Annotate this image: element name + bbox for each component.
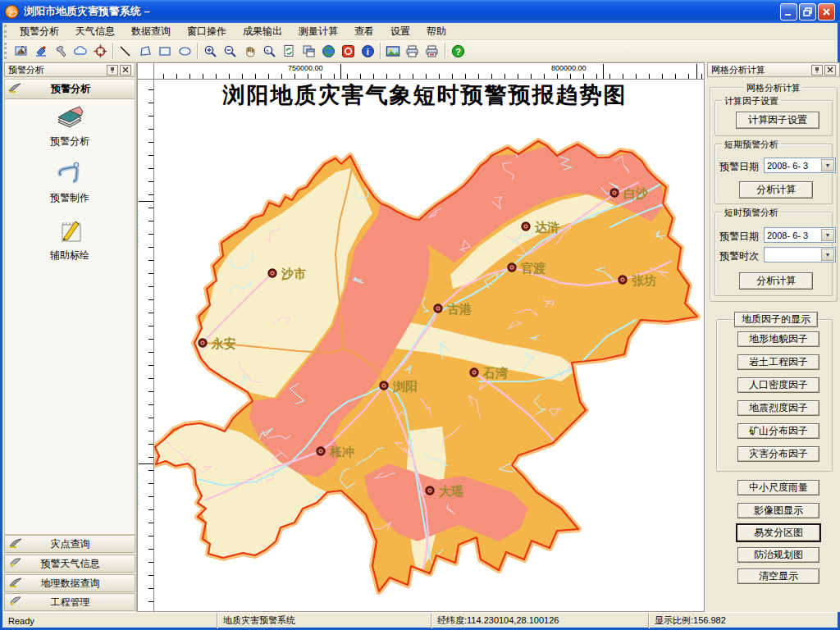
groupbox-title: 网格分析计算 <box>744 82 803 94</box>
population-factor-button[interactable]: 人口密度因子 <box>737 377 819 393</box>
toolbar-button-map-select[interactable] <box>11 42 31 61</box>
toolbar-button-help[interactable]: ? <box>448 42 468 61</box>
ruler-x-label: 750000.00 <box>287 64 324 72</box>
factor-settings-button[interactable]: 计算因子设置 <box>736 112 819 129</box>
seismic-factor-button[interactable]: 地震烈度因子 <box>737 400 819 416</box>
mine-factor-button[interactable]: 矿山分布因子 <box>737 423 819 439</box>
group-label: 短时预警分析 <box>722 207 781 219</box>
menu-grip[interactable] <box>4 25 8 38</box>
tool-warning-production[interactable]: 预警制作 <box>5 159 135 205</box>
menu-output[interactable]: 成果输出 <box>235 23 290 40</box>
menu-measure[interactable]: 测量计算 <box>290 23 346 40</box>
nowcast-date-combo[interactable]: 2008- 6- 3 ▼ <box>764 227 836 243</box>
print-setup-icon <box>425 44 440 58</box>
susceptibility-zoning-button[interactable]: 易发分区图 <box>736 523 821 542</box>
bar-disaster-point-query[interactable]: 灾点查询 <box>4 535 135 553</box>
disaster-factor-button[interactable]: 灾害分布因子 <box>737 446 819 462</box>
rainfall-scale-button[interactable]: 中小尺度雨量 <box>737 480 819 495</box>
hook-icon <box>56 159 84 189</box>
menu-weather-info[interactable]: 天气信息 <box>67 23 123 40</box>
ellipse-icon <box>178 44 192 58</box>
globe-icon <box>322 44 336 58</box>
menu-view[interactable]: 查看 <box>346 23 382 40</box>
section-title: 预警分析 <box>26 82 115 96</box>
city-label: 大瑶 <box>439 484 463 498</box>
left-panel-header: 预警分析 <box>4 62 135 77</box>
menu-data-query[interactable]: 数据查询 <box>123 23 179 40</box>
nowcast-analyze-button[interactable]: 分析计算 <box>739 272 813 290</box>
minimize-button[interactable] <box>780 3 797 21</box>
toolbar-button-info[interactable]: i <box>358 42 377 61</box>
toolbar-button-globe[interactable] <box>318 42 338 61</box>
city-label: 沙市 <box>281 267 306 281</box>
toolbar-button-zoom-in[interactable] <box>200 42 220 61</box>
chevron-down-icon[interactable]: ▼ <box>821 229 834 241</box>
section-warning-analysis[interactable]: 预警分析 <box>5 80 135 99</box>
bar-warning-weather-info[interactable]: 预警天气信息 <box>4 555 135 573</box>
toolbar-button-print[interactable] <box>403 42 422 61</box>
city-label: 达浒 <box>534 220 559 234</box>
toolbar-button-layers[interactable] <box>299 42 318 61</box>
bar-project-management[interactable]: 工程管理 <box>4 593 135 611</box>
bar-label: 灾点查询 <box>27 537 113 551</box>
menu-window-ops[interactable]: 窗口操作 <box>179 23 235 40</box>
warning-date-label: 预警日期 <box>719 160 759 174</box>
left-panel-close-button[interactable] <box>120 65 131 75</box>
toolbar-separator <box>445 43 445 59</box>
chevron-down-icon[interactable]: ▼ <box>821 159 834 171</box>
toolbar-grip[interactable] <box>4 43 8 60</box>
imagery-display-button[interactable]: 影像图显示 <box>737 503 819 518</box>
map-title: 浏阳地质灾害气象短时预警预报趋势图 <box>222 83 628 107</box>
short-term-analyze-button[interactable]: 分析计算 <box>739 181 813 199</box>
pan-hand-icon <box>243 44 257 58</box>
map-canvas[interactable]: 浏阳地质灾害气象短时预警预报趋势图 <box>154 80 704 611</box>
right-panel-close-button[interactable] <box>824 65 836 75</box>
map-select-icon <box>15 44 29 58</box>
toolbar-button-image[interactable] <box>383 42 403 61</box>
menu-settings[interactable]: 设置 <box>382 23 418 40</box>
close-icon <box>822 7 831 16</box>
toolbar-button-ellipse[interactable] <box>175 42 194 61</box>
zoom-in-icon <box>203 44 217 58</box>
close-icon <box>827 66 833 73</box>
toolbar-button-print-setup[interactable] <box>422 42 442 61</box>
factor-display-title-button[interactable]: 地质因子的显示 <box>734 312 818 327</box>
chevron-down-icon[interactable]: ▼ <box>821 249 834 261</box>
toolbar-button-pan[interactable] <box>240 42 259 61</box>
toolbar-button-hammer[interactable] <box>51 42 71 61</box>
terrain-factor-button[interactable]: 地形地貌因子 <box>737 331 819 347</box>
toolbar-button-paint[interactable] <box>31 42 51 61</box>
toolbar-button-refresh[interactable] <box>279 42 299 61</box>
status-system-name: 地质灾害预警系统 <box>217 613 431 628</box>
combo-value: 2008- 6- 3 <box>765 231 820 240</box>
tool-auxiliary-plotting[interactable]: 辅助标绘 <box>5 217 135 262</box>
left-panel-pin-button[interactable] <box>107 65 118 75</box>
toolbar-button-zoom-extent[interactable]: ± <box>259 42 279 61</box>
restore-button[interactable] <box>799 3 816 21</box>
nowcast-time-combo[interactable]: ▼ <box>764 247 836 262</box>
tool-warning-analysis[interactable]: 预警分析 <box>5 104 135 148</box>
short-term-date-combo[interactable]: 2008- 6- 3 ▼ <box>764 158 836 173</box>
svg-text:?: ? <box>455 46 461 56</box>
menu-help[interactable]: 帮助 <box>418 23 454 40</box>
bar-geo-data-query[interactable]: 地理数据查询 <box>4 574 135 592</box>
prevention-plan-button[interactable]: 防治规划图 <box>737 547 819 563</box>
toolbar-button-cloud[interactable] <box>71 42 90 61</box>
toolbar-button-locate[interactable] <box>90 42 110 61</box>
toolbar-button-stop[interactable] <box>338 42 358 61</box>
app-logo-icon <box>5 5 19 19</box>
geotech-factor-button[interactable]: 岩土工程因子 <box>737 354 819 370</box>
toolbar-button-zoom-out[interactable] <box>220 42 240 61</box>
menu-warning-analysis[interactable]: 预警分析 <box>11 23 67 40</box>
toolbar-button-line[interactable] <box>116 42 135 61</box>
line-icon <box>119 44 133 58</box>
clear-display-button[interactable]: 清空显示 <box>737 568 819 584</box>
toolbar-button-polygon[interactable] <box>135 42 155 61</box>
quill-icon <box>9 538 22 550</box>
application-window: 浏阳市地质灾害预警系统 – 预警分析 天气信息 数据查询 窗口操作 成果输出 测… <box>0 0 840 630</box>
right-panel-pin-button[interactable] <box>811 65 823 75</box>
toolbar-button-rectangle[interactable] <box>155 42 175 61</box>
toolbar-separator <box>112 43 113 59</box>
zoom-out-icon <box>223 44 237 58</box>
close-button[interactable] <box>818 3 835 21</box>
